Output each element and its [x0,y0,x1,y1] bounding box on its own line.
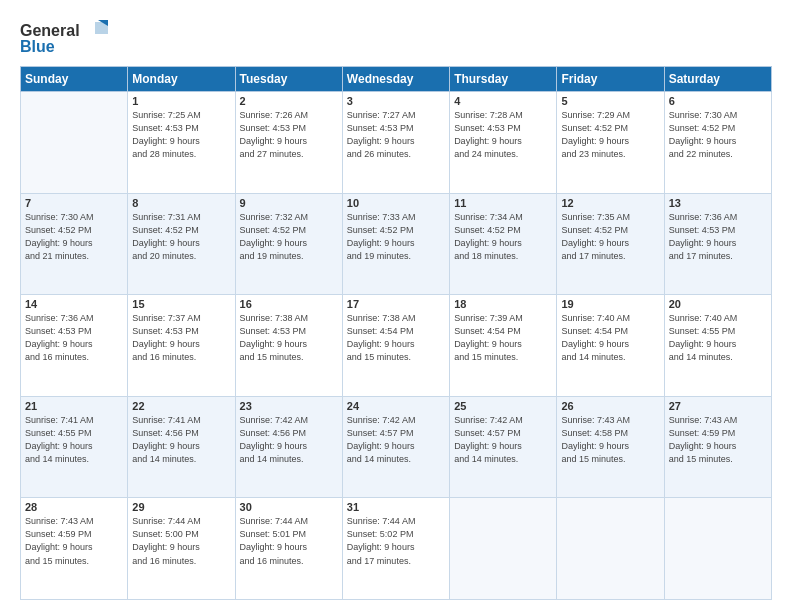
calendar-cell: 8Sunrise: 7:31 AMSunset: 4:52 PMDaylight… [128,193,235,295]
calendar-page: General Blue SundayMondayTuesdayWednesda… [0,0,792,612]
day-number: 8 [132,197,230,209]
day-info: Sunrise: 7:40 AMSunset: 4:55 PMDaylight:… [669,312,767,364]
logo: General Blue [20,18,110,56]
calendar-table: SundayMondayTuesdayWednesdayThursdayFrid… [20,66,772,600]
calendar-cell: 27Sunrise: 7:43 AMSunset: 4:59 PMDayligh… [664,396,771,498]
day-number: 6 [669,95,767,107]
calendar-cell: 16Sunrise: 7:38 AMSunset: 4:53 PMDayligh… [235,295,342,397]
day-info: Sunrise: 7:32 AMSunset: 4:52 PMDaylight:… [240,211,338,263]
day-info: Sunrise: 7:38 AMSunset: 4:53 PMDaylight:… [240,312,338,364]
day-info: Sunrise: 7:44 AMSunset: 5:00 PMDaylight:… [132,515,230,567]
day-number: 29 [132,501,230,513]
day-number: 10 [347,197,445,209]
day-info: Sunrise: 7:31 AMSunset: 4:52 PMDaylight:… [132,211,230,263]
day-info: Sunrise: 7:34 AMSunset: 4:52 PMDaylight:… [454,211,552,263]
calendar-cell: 22Sunrise: 7:41 AMSunset: 4:56 PMDayligh… [128,396,235,498]
day-number: 17 [347,298,445,310]
day-number: 1 [132,95,230,107]
day-info: Sunrise: 7:39 AMSunset: 4:54 PMDaylight:… [454,312,552,364]
day-number: 5 [561,95,659,107]
calendar-cell: 12Sunrise: 7:35 AMSunset: 4:52 PMDayligh… [557,193,664,295]
calendar-week-row: 7Sunrise: 7:30 AMSunset: 4:52 PMDaylight… [21,193,772,295]
calendar-cell [664,498,771,600]
day-number: 3 [347,95,445,107]
calendar-cell: 17Sunrise: 7:38 AMSunset: 4:54 PMDayligh… [342,295,449,397]
calendar-cell: 11Sunrise: 7:34 AMSunset: 4:52 PMDayligh… [450,193,557,295]
calendar-week-row: 1Sunrise: 7:25 AMSunset: 4:53 PMDaylight… [21,92,772,194]
day-number: 4 [454,95,552,107]
day-info: Sunrise: 7:43 AMSunset: 4:59 PMDaylight:… [669,414,767,466]
day-info: Sunrise: 7:42 AMSunset: 4:57 PMDaylight:… [454,414,552,466]
calendar-cell: 14Sunrise: 7:36 AMSunset: 4:53 PMDayligh… [21,295,128,397]
calendar-cell [21,92,128,194]
calendar-cell: 29Sunrise: 7:44 AMSunset: 5:00 PMDayligh… [128,498,235,600]
svg-text:General: General [20,22,80,39]
day-info: Sunrise: 7:30 AMSunset: 4:52 PMDaylight:… [25,211,123,263]
day-info: Sunrise: 7:36 AMSunset: 4:53 PMDaylight:… [669,211,767,263]
day-info: Sunrise: 7:26 AMSunset: 4:53 PMDaylight:… [240,109,338,161]
weekday-label: Wednesday [342,67,449,92]
calendar-week-row: 28Sunrise: 7:43 AMSunset: 4:59 PMDayligh… [21,498,772,600]
day-number: 28 [25,501,123,513]
day-info: Sunrise: 7:27 AMSunset: 4:53 PMDaylight:… [347,109,445,161]
calendar-cell [450,498,557,600]
calendar-cell: 25Sunrise: 7:42 AMSunset: 4:57 PMDayligh… [450,396,557,498]
calendar-cell: 1Sunrise: 7:25 AMSunset: 4:53 PMDaylight… [128,92,235,194]
day-info: Sunrise: 7:41 AMSunset: 4:55 PMDaylight:… [25,414,123,466]
weekday-label: Tuesday [235,67,342,92]
day-info: Sunrise: 7:41 AMSunset: 4:56 PMDaylight:… [132,414,230,466]
calendar-cell: 28Sunrise: 7:43 AMSunset: 4:59 PMDayligh… [21,498,128,600]
calendar-cell: 21Sunrise: 7:41 AMSunset: 4:55 PMDayligh… [21,396,128,498]
weekday-label: Friday [557,67,664,92]
calendar-cell: 13Sunrise: 7:36 AMSunset: 4:53 PMDayligh… [664,193,771,295]
day-info: Sunrise: 7:28 AMSunset: 4:53 PMDaylight:… [454,109,552,161]
calendar-cell [557,498,664,600]
calendar-cell: 2Sunrise: 7:26 AMSunset: 4:53 PMDaylight… [235,92,342,194]
day-info: Sunrise: 7:40 AMSunset: 4:54 PMDaylight:… [561,312,659,364]
day-number: 7 [25,197,123,209]
day-number: 13 [669,197,767,209]
day-info: Sunrise: 7:35 AMSunset: 4:52 PMDaylight:… [561,211,659,263]
calendar-week-row: 14Sunrise: 7:36 AMSunset: 4:53 PMDayligh… [21,295,772,397]
day-number: 25 [454,400,552,412]
calendar-cell: 6Sunrise: 7:30 AMSunset: 4:52 PMDaylight… [664,92,771,194]
header: General Blue [20,18,772,56]
day-number: 21 [25,400,123,412]
weekday-header-row: SundayMondayTuesdayWednesdayThursdayFrid… [21,67,772,92]
day-number: 16 [240,298,338,310]
day-info: Sunrise: 7:29 AMSunset: 4:52 PMDaylight:… [561,109,659,161]
calendar-cell: 24Sunrise: 7:42 AMSunset: 4:57 PMDayligh… [342,396,449,498]
calendar-cell: 31Sunrise: 7:44 AMSunset: 5:02 PMDayligh… [342,498,449,600]
day-info: Sunrise: 7:42 AMSunset: 4:57 PMDaylight:… [347,414,445,466]
calendar-cell: 5Sunrise: 7:29 AMSunset: 4:52 PMDaylight… [557,92,664,194]
calendar-cell: 9Sunrise: 7:32 AMSunset: 4:52 PMDaylight… [235,193,342,295]
day-number: 26 [561,400,659,412]
calendar-cell: 10Sunrise: 7:33 AMSunset: 4:52 PMDayligh… [342,193,449,295]
day-info: Sunrise: 7:33 AMSunset: 4:52 PMDaylight:… [347,211,445,263]
calendar-cell: 20Sunrise: 7:40 AMSunset: 4:55 PMDayligh… [664,295,771,397]
day-number: 12 [561,197,659,209]
weekday-label: Sunday [21,67,128,92]
day-number: 11 [454,197,552,209]
calendar-cell: 15Sunrise: 7:37 AMSunset: 4:53 PMDayligh… [128,295,235,397]
logo-svg: General Blue [20,18,110,56]
day-number: 2 [240,95,338,107]
calendar-cell: 23Sunrise: 7:42 AMSunset: 4:56 PMDayligh… [235,396,342,498]
calendar-cell: 4Sunrise: 7:28 AMSunset: 4:53 PMDaylight… [450,92,557,194]
weekday-label: Thursday [450,67,557,92]
calendar-cell: 7Sunrise: 7:30 AMSunset: 4:52 PMDaylight… [21,193,128,295]
day-info: Sunrise: 7:25 AMSunset: 4:53 PMDaylight:… [132,109,230,161]
day-number: 24 [347,400,445,412]
calendar-week-row: 21Sunrise: 7:41 AMSunset: 4:55 PMDayligh… [21,396,772,498]
day-info: Sunrise: 7:44 AMSunset: 5:01 PMDaylight:… [240,515,338,567]
weekday-label: Saturday [664,67,771,92]
day-number: 15 [132,298,230,310]
weekday-label: Monday [128,67,235,92]
day-info: Sunrise: 7:43 AMSunset: 4:58 PMDaylight:… [561,414,659,466]
calendar-cell: 26Sunrise: 7:43 AMSunset: 4:58 PMDayligh… [557,396,664,498]
day-number: 20 [669,298,767,310]
day-number: 31 [347,501,445,513]
day-number: 19 [561,298,659,310]
day-info: Sunrise: 7:44 AMSunset: 5:02 PMDaylight:… [347,515,445,567]
day-info: Sunrise: 7:43 AMSunset: 4:59 PMDaylight:… [25,515,123,567]
